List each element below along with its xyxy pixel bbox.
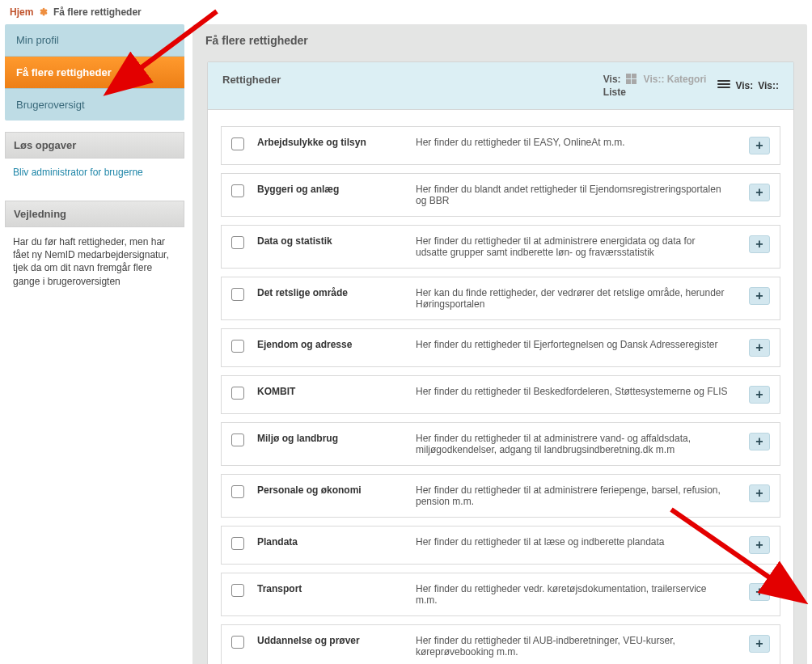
row-desc: Her kan du finde rettigheder, der vedrør… [416, 287, 736, 310]
nav-item-0[interactable]: Min profil [5, 24, 184, 57]
right-row: Miljø og landbrugHer finder du rettighed… [221, 422, 780, 466]
row-checkbox[interactable] [231, 288, 244, 301]
nav-item-1[interactable]: Få flere rettigheder [5, 57, 184, 89]
vis-label: Vis: [603, 74, 621, 85]
row-desc: Her finder du blandt andet rettigheder t… [416, 184, 736, 206]
row-checkbox[interactable] [231, 236, 244, 249]
row-title: Miljø og landbrug [257, 433, 403, 444]
row-desc: Her finder du rettigheder til Ejerforteg… [416, 339, 736, 350]
expand-button[interactable]: + [749, 433, 770, 450]
rights-panel: Rettigheder Vis: Vis:: Kategori Liste Vi… [207, 61, 794, 664]
row-desc: Her finder du rettigheder til at adminis… [416, 484, 736, 507]
vis-liste[interactable]: Vis: [735, 80, 753, 91]
breadcrumb: Hjem ✽ Få flere rettigheder [5, 5, 807, 24]
row-checkbox[interactable] [231, 387, 244, 400]
right-row: Byggeri og anlægHer finder du blandt and… [221, 173, 780, 217]
breadcrumb-home[interactable]: Hjem [10, 6, 33, 18]
tasks-link[interactable]: Bliv administrator for brugerne [5, 159, 184, 189]
row-title: KOMBIT [257, 386, 403, 397]
expand-button[interactable]: + [749, 386, 770, 404]
row-desc: Her finder du rettigheder til AUB-indber… [416, 635, 736, 658]
expand-button[interactable]: + [749, 536, 770, 554]
expand-button[interactable]: + [749, 287, 770, 305]
tasks-section: Løs opgaver Bliv administrator for bruge… [5, 132, 184, 189]
right-row: Det retslige områdeHer kan du finde rett… [221, 277, 780, 320]
row-checkbox[interactable] [231, 485, 244, 498]
row-checkbox[interactable] [231, 584, 244, 597]
guide-title: Vejledning [5, 201, 184, 227]
view-controls: Vis: Vis:: Kategori Liste Vis:Vis:: [603, 74, 779, 98]
row-desc: Her finder du rettigheder til Beskedford… [416, 386, 736, 397]
main-panel: Få flere rettigheder Rettigheder Vis: Vi… [192, 24, 807, 664]
expand-button[interactable]: + [749, 235, 770, 253]
row-checkbox[interactable] [231, 184, 244, 197]
sidebar: Min profilFå flere rettighederBrugerover… [5, 24, 184, 311]
row-desc: Her finder du rettigheder til EASY, Onli… [416, 137, 736, 148]
right-row: Data og statistikHer finder du rettighed… [221, 225, 780, 269]
row-title: Transport [257, 583, 403, 594]
tasks-title: Løs opgaver [5, 132, 184, 159]
row-title: Byggeri og anlæg [257, 184, 403, 195]
right-row: Arbejdsulykke og tilsynHer finder du ret… [221, 126, 780, 165]
row-title: Ejendom og adresse [257, 339, 403, 350]
row-desc: Her finder du rettigheder til at læse og… [416, 536, 736, 548]
list-icon[interactable] [717, 80, 730, 91]
guide-section: Vejledning Har du før haft rettigheder, … [5, 201, 184, 299]
nav-item-2[interactable]: Brugeroversigt [5, 89, 184, 121]
left-nav: Min profilFå flere rettighederBrugerover… [5, 24, 184, 121]
right-row: Personale og økonomiHer finder du rettig… [221, 474, 780, 518]
panel-title: Rettigheder [222, 74, 281, 86]
row-title: Plandata [257, 536, 403, 548]
row-checkbox[interactable] [231, 636, 244, 649]
row-desc: Her finder du rettigheder til at adminis… [416, 235, 736, 258]
right-row: Ejendom og adresseHer finder du rettighe… [221, 328, 780, 367]
panel-head: Rettigheder Vis: Vis:: Kategori Liste Vi… [208, 62, 793, 110]
expand-button[interactable]: + [749, 635, 770, 653]
grid-icon[interactable] [626, 74, 639, 85]
expand-button[interactable]: + [749, 339, 770, 357]
row-title: Uddannelse og prøver [257, 635, 403, 646]
row-checkbox[interactable] [231, 137, 244, 150]
right-row: Uddannelse og prøverHer finder du rettig… [221, 624, 780, 664]
guide-body: Har du før haft rettigheder, men har fåe… [5, 227, 184, 299]
row-title: Det retslige område [257, 287, 403, 298]
expand-button[interactable]: + [749, 484, 770, 502]
expand-button[interactable]: + [749, 583, 770, 601]
page-title: Få flere rettigheder [192, 24, 807, 61]
row-title: Arbejdsulykke og tilsyn [257, 137, 403, 148]
row-checkbox[interactable] [231, 537, 244, 550]
row-desc: Her finder du rettigheder til at adminis… [416, 433, 736, 455]
row-checkbox[interactable] [231, 434, 244, 446]
liste-word: Liste [603, 87, 626, 98]
row-desc: Her finder du rettigheder vedr. køretøjs… [416, 583, 736, 606]
right-row: PlandataHer finder du rettigheder til at… [221, 526, 780, 565]
row-title: Data og statistik [257, 235, 403, 247]
breadcrumb-sep-icon: ✽ [36, 6, 51, 18]
expand-button[interactable]: + [749, 137, 770, 154]
breadcrumb-current: Få flere rettigheder [53, 6, 142, 18]
row-title: Personale og økonomi [257, 484, 403, 496]
expand-button[interactable]: + [749, 184, 770, 201]
vis-kategori[interactable]: Vis:: Kategori [644, 74, 707, 85]
right-row: KOMBITHer finder du rettigheder til Besk… [221, 375, 780, 414]
row-checkbox[interactable] [231, 340, 244, 353]
right-row: TransportHer finder du rettigheder vedr.… [221, 573, 780, 616]
rights-list: Arbejdsulykke og tilsynHer finder du ret… [208, 110, 793, 664]
